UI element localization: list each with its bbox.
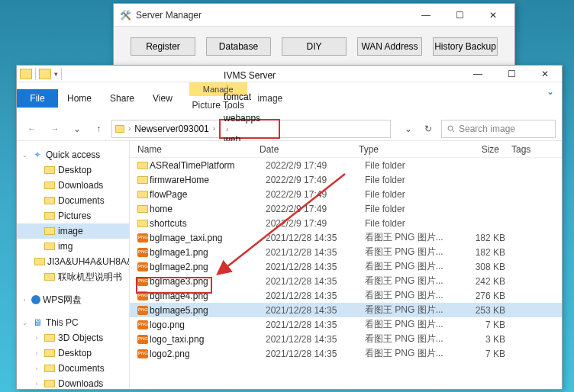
file-row[interactable]: logo.png2021/12/28 14:35看图王 PNG 图片...7 K… — [130, 317, 562, 332]
nav-back-button[interactable]: ← — [23, 120, 41, 138]
file-name: bgImage2.png — [150, 262, 266, 272]
qat-folder-icon[interactable] — [39, 69, 51, 79]
sm-minimize-button[interactable]: — — [409, 4, 443, 27]
fe-close-button[interactable]: ✕ — [528, 66, 562, 82]
breadcrumb-root[interactable]: Newserver093001 — [134, 124, 208, 134]
nav-item[interactable]: ›Documents — [17, 361, 129, 376]
chevron-right-icon[interactable]: › — [126, 124, 133, 133]
file-row[interactable]: bgImage3.png2021/12/28 14:35看图王 PNG 图片..… — [130, 274, 562, 288]
nav-recent-button[interactable]: ⌄ — [69, 120, 85, 137]
file-type: File folder — [365, 218, 464, 229]
cloud-icon — [31, 295, 40, 304]
nav-item[interactable]: ›3D Objects — [17, 330, 129, 345]
file-date: 2021/12/28 14:35 — [266, 262, 365, 272]
nav-item[interactable]: Downloads — [17, 178, 129, 193]
col-name[interactable]: Name — [130, 144, 260, 155]
ribbon-home-tab[interactable]: Home — [58, 89, 101, 108]
sm-diy-button[interactable]: DIY — [282, 37, 347, 56]
nav-item[interactable]: ›Desktop — [17, 345, 129, 361]
sm-close-button[interactable]: ✕ — [476, 4, 510, 27]
file-type: File folder — [365, 175, 464, 185]
sm-wan-button[interactable]: WAN Address — [357, 37, 422, 56]
address-bar[interactable]: › Newserver093001 › IVMS Server›tomcat›w… — [111, 120, 391, 138]
file-type: 看图王 PNG 图片... — [365, 333, 464, 345]
refresh-button[interactable]: ↻ — [420, 120, 437, 137]
folder-icon — [44, 210, 56, 221]
ribbon-view-tab[interactable]: View — [144, 89, 182, 108]
col-tags[interactable]: Tags — [504, 144, 562, 155]
qat-dropdown-icon[interactable]: ▾ — [54, 70, 58, 78]
address-bar-row: ← → ⌄ ↑ › Newserver093001 › IVMS Server›… — [17, 117, 562, 141]
breadcrumb-item[interactable]: IVMS Server — [224, 70, 276, 81]
file-type: 看图王 PNG 图片... — [365, 289, 464, 302]
chevron-right-icon[interactable]: › — [224, 82, 231, 91]
nav-item[interactable]: ›Downloads — [17, 376, 129, 389]
nav-wps[interactable]: ›WPS网盘 — [17, 292, 129, 307]
file-row[interactable]: ASRealTimePlatform2022/2/9 17:49File fol… — [130, 158, 562, 172]
nav-item[interactable]: Desktop — [17, 162, 129, 178]
svg-point-0 — [448, 126, 453, 130]
file-row[interactable]: firmwareHome2022/2/9 17:49File folder — [130, 172, 562, 187]
ribbon-share-tab[interactable]: Share — [101, 89, 144, 108]
file-row[interactable]: logo2.png2021/12/28 14:35看图王 PNG 图片...7 … — [130, 346, 562, 361]
breadcrumb-item[interactable]: tomcat — [224, 92, 276, 102]
navigation-pane[interactable]: ⌄✦Quick access DesktopDownloadsDocuments… — [17, 141, 130, 389]
sm-maximize-button[interactable]: ☐ — [443, 4, 476, 27]
file-row[interactable]: shortcuts2022/2/9 17:49File folder — [130, 216, 562, 230]
file-row[interactable]: home2022/2/9 17:49File folder — [130, 201, 562, 216]
nav-item[interactable]: image — [17, 223, 129, 239]
col-size[interactable]: Size — [458, 144, 504, 155]
folder-icon — [34, 256, 45, 267]
nav-quick-access[interactable]: ⌄✦Quick access — [17, 147, 129, 162]
file-row[interactable]: bgImage4.png2021/12/28 14:35看图王 PNG 图片..… — [130, 288, 562, 303]
file-size: 7 KB — [464, 320, 510, 330]
breadcrumb-item[interactable]: webapps — [224, 113, 276, 124]
nav-item[interactable]: Pictures — [17, 208, 129, 223]
file-row[interactable]: flowPage2022/2/9 17:49File folder — [130, 187, 562, 201]
folder-icon — [44, 180, 56, 191]
sm-title-text: Server Manager — [136, 10, 202, 21]
file-name: flowPage — [150, 189, 266, 200]
column-headers[interactable]: Name Date Type Size Tags — [130, 141, 562, 158]
ribbon-expand-icon[interactable]: ⌄ — [547, 82, 554, 101]
ribbon-file-tab[interactable]: File — [17, 89, 58, 108]
nav-this-pc[interactable]: ⌄🖥This PC — [17, 315, 129, 330]
chevron-right-icon[interactable]: › — [224, 125, 231, 133]
chevron-right-icon[interactable]: › — [224, 104, 231, 112]
file-name: bgImage5.png — [150, 305, 266, 316]
chevron-right-icon[interactable]: › — [211, 124, 218, 133]
search-input[interactable]: Search image — [441, 120, 556, 138]
annotation-path-highlight: IVMS Server›tomcat›webapps›web›static›im… — [219, 119, 280, 139]
fe-minimize-button[interactable]: — — [461, 66, 495, 82]
file-type: 看图王 PNG 图片... — [365, 304, 464, 316]
file-row[interactable]: logo_taxi.png2021/12/28 14:35看图王 PNG 图片.… — [130, 332, 562, 346]
nav-item[interactable]: img — [17, 239, 129, 254]
file-date: 2022/2/9 17:49 — [266, 175, 365, 185]
folder-icon — [115, 125, 124, 133]
sm-titlebar[interactable]: 🛠️ Server Manager — ☐ ✕ — [114, 4, 514, 27]
file-row[interactable]: bgImage1.png2021/12/28 14:35看图王 PNG 图片..… — [130, 245, 562, 259]
star-icon: ✦ — [31, 149, 44, 160]
file-name: logo.png — [150, 320, 266, 330]
nav-item[interactable]: 联咏机型说明书 — [17, 269, 129, 284]
file-row[interactable]: bgImage_taxi.png2021/12/28 14:35看图王 PNG … — [130, 230, 562, 245]
file-date: 2021/12/28 14:35 — [266, 233, 365, 243]
png-icon — [137, 233, 148, 243]
fe-maximize-button[interactable]: ☐ — [495, 66, 528, 82]
file-row[interactable]: bgImage5.png2021/12/28 14:35看图王 PNG 图片..… — [130, 303, 562, 317]
nav-up-button[interactable]: ↑ — [90, 120, 107, 137]
search-placeholder: Search image — [459, 124, 515, 134]
sm-history-button[interactable]: History Backup — [433, 37, 498, 56]
file-date: 2021/12/28 14:35 — [266, 320, 365, 330]
col-date[interactable]: Date — [260, 144, 359, 155]
nav-item[interactable]: JI3A&UH4A&UH8A& — [17, 254, 129, 269]
sm-register-button[interactable]: Register — [131, 37, 195, 56]
nav-forward-button[interactable]: → — [46, 120, 64, 138]
col-type[interactable]: Type — [359, 144, 458, 155]
file-row[interactable]: bgImage2.png2021/12/28 14:35看图王 PNG 图片..… — [130, 259, 562, 274]
address-dropdown-button[interactable]: ⌄ — [400, 120, 417, 137]
nav-item[interactable]: Documents — [17, 193, 129, 208]
file-explorer-window: ▾ — ☐ ✕ File Home Share View Manage Pict… — [16, 65, 563, 390]
sm-database-button[interactable]: Database — [206, 37, 271, 56]
file-name: bgImage1.png — [150, 247, 266, 258]
